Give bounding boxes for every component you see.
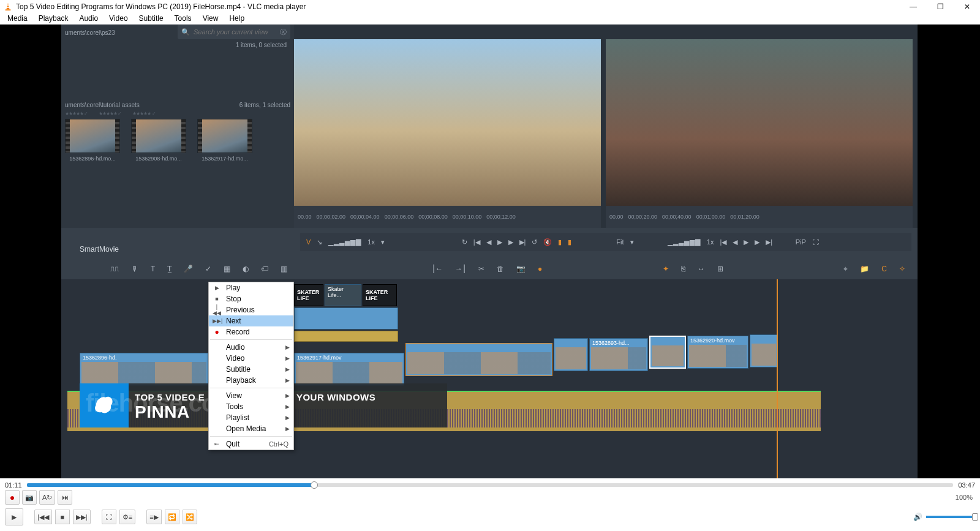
grid-icon[interactable]: ▦ <box>224 265 230 273</box>
next-button[interactable]: ▶▶| <box>73 510 91 524</box>
pointer-icon[interactable]: ✦ <box>663 265 669 273</box>
library-thumb[interactable]: 15362908-hd.mo... <box>131 119 186 162</box>
dropdown-icon[interactable]: ▾ <box>381 238 385 246</box>
menu-subtitle[interactable]: Subtitle <box>134 13 168 24</box>
clear-icon[interactable]: ⓧ <box>280 28 287 37</box>
timeline-clip[interactable] <box>554 338 588 371</box>
menu-audio[interactable]: Audio <box>74 13 103 24</box>
menu-tools[interactable]: Tools <box>170 13 197 24</box>
ctx-stop[interactable]: ■Stop <box>209 293 293 304</box>
color-icon[interactable]: ▥ <box>281 265 287 273</box>
ctx-subtitle[interactable]: Subtitle▶ <box>209 364 293 375</box>
previous-button[interactable]: |◀◀ <box>34 510 52 524</box>
elapsed-time[interactable]: 01:11 <box>5 481 22 489</box>
mic-icon[interactable]: 🎙 <box>131 265 138 273</box>
dropdown-icon[interactable]: ▾ <box>630 238 634 246</box>
menu-media[interactable]: Media <box>2 13 32 24</box>
seek-knob[interactable] <box>311 481 318 489</box>
source-preview[interactable]: 00.00 00;00;02.00 00;00;04.00 00;00;06.0… <box>294 39 601 228</box>
next-frame-icon[interactable]: ▶| <box>766 238 772 246</box>
next-frame-icon[interactable]: ▶| <box>519 238 526 246</box>
expand-icon[interactable]: ⊞ <box>717 265 723 273</box>
timeline-clip[interactable]: SKATER LIFE <box>294 284 323 306</box>
timeline-clip[interactable]: 15362893-hd... <box>589 338 648 371</box>
loop-a-button[interactable]: A↻ <box>39 490 55 505</box>
loop-icon[interactable]: ↻ <box>462 238 467 246</box>
snapshot-button[interactable]: 📷 <box>22 490 37 505</box>
program-timeline[interactable]: 00.00 00;00;20.00 00;00;40.00 00;01;00.0… <box>606 206 913 228</box>
context-menu[interactable]: ▶Play■Stop|◀◀Previous▶▶|Next●RecordAudio… <box>208 282 294 450</box>
ctx-view[interactable]: View▶ <box>209 390 293 401</box>
link-icon[interactable]: ↔ <box>698 265 705 273</box>
voiceover-icon[interactable]: 🎤 <box>184 265 193 273</box>
ctx-play[interactable]: ▶Play <box>209 282 293 293</box>
timeline-clip[interactable]: 15362917-hd.mov <box>294 353 404 386</box>
fx-icon[interactable]: ◐ <box>243 265 249 273</box>
seek-bar[interactable]: 01:11 03:47 <box>5 481 975 489</box>
timeline-clip[interactable]: Skater Life... <box>325 284 361 306</box>
step-fwd-icon[interactable]: ▶ <box>755 238 760 246</box>
close-button[interactable]: ✕ <box>958 1 976 13</box>
shuffle-button[interactable]: 🔀 <box>183 510 197 524</box>
wand-icon[interactable]: ✧ <box>899 265 905 273</box>
tag-icon[interactable]: 🏷 <box>261 265 268 273</box>
timeline-clip[interactable] <box>750 334 778 367</box>
play-icon[interactable]: ▶ <box>744 238 748 246</box>
title-tool-icon[interactable]: T̲ <box>167 265 172 273</box>
play-icon[interactable]: ▶ <box>497 238 502 246</box>
ctx-open-media[interactable]: Open Media▶ <box>209 423 293 434</box>
volume-knob[interactable] <box>972 513 978 521</box>
magnet2-icon[interactable]: ⌖ <box>843 265 848 273</box>
loop-button[interactable]: 🔁 <box>165 510 179 524</box>
prev-frame-icon[interactable]: |◀ <box>473 238 480 246</box>
ctx-next[interactable]: ▶▶|Next <box>209 315 293 326</box>
timeline-clip[interactable]: 15362920-hd.mov <box>687 336 748 369</box>
ctx-video[interactable]: Video▶ <box>209 353 293 364</box>
playhead[interactable] <box>777 279 778 478</box>
library-search[interactable]: 🔍 ⓧ <box>178 24 290 39</box>
extended-settings-button[interactable]: ⚙≡ <box>119 510 135 524</box>
volume-control[interactable]: 🔊 <box>913 513 975 521</box>
library-search-input[interactable] <box>194 28 280 36</box>
step-back-icon[interactable]: ◀ <box>733 238 737 246</box>
seek-track[interactable] <box>27 483 954 487</box>
speaker-icon[interactable]: 🔊 <box>913 513 922 521</box>
timeline-clip[interactable] <box>294 331 398 342</box>
pip-label[interactable]: PiP <box>796 238 806 246</box>
frame-step-button[interactable]: ⏭ <box>58 490 72 505</box>
loop-end-icon[interactable]: ↺ <box>532 238 537 246</box>
razor-icon[interactable]: ✂ <box>478 265 484 273</box>
timeline-clip[interactable]: 15362896-hd. <box>80 353 208 386</box>
gear-icon[interactable]: C <box>881 265 887 273</box>
playlist-button[interactable]: ≡▶ <box>146 510 161 524</box>
fit-label[interactable]: Fit <box>616 238 624 246</box>
step-fwd-icon[interactable]: ▶ <box>508 238 513 246</box>
minimize-button[interactable]: — <box>904 1 922 13</box>
record-button[interactable]: ● <box>5 490 20 505</box>
mute-icon[interactable]: 🔇 <box>543 238 552 246</box>
editor-timeline[interactable]: SKATER LIFE Skater Life... SKATER LIFE 1… <box>61 279 918 478</box>
v-marker-icon[interactable]: V <box>306 238 311 246</box>
maximize-button[interactable]: ❐ <box>931 1 949 13</box>
mixer-icon[interactable]: ⎍⎍ <box>110 265 119 273</box>
snapshot-icon[interactable]: 📷 <box>516 265 526 273</box>
timeline-clip-selected[interactable] <box>649 336 686 369</box>
fullscreen-button[interactable]: ⛶ <box>102 510 116 524</box>
timeline-clip[interactable] <box>294 307 398 330</box>
ctx-previous[interactable]: |◀◀Previous <box>209 304 293 315</box>
vector-icon[interactable]: ✓ <box>205 265 211 273</box>
ctx-audio[interactable]: Audio▶ <box>209 342 293 353</box>
smartmovie-label[interactable]: SmartMovie <box>80 245 119 254</box>
trash-icon[interactable]: 🗑 <box>497 265 504 273</box>
ctx-tools[interactable]: Tools▶ <box>209 401 293 412</box>
menu-playback[interactable]: Playback <box>34 13 74 24</box>
timeline-clip[interactable]: SKATER LIFE <box>363 284 397 306</box>
library-thumb[interactable]: 15362896-hd.mo... <box>65 119 120 162</box>
prev-frame-icon[interactable]: |◀ <box>720 238 726 246</box>
ctx-playlist[interactable]: Playlist▶ <box>209 412 293 423</box>
fullscreen-icon[interactable]: ⛶ <box>812 238 819 246</box>
volume-track[interactable] <box>926 516 975 518</box>
ctx-quit[interactable]: ⇤QuitCtrl+Q <box>209 439 293 450</box>
stop-button[interactable]: ■ <box>55 510 70 524</box>
menu-video[interactable]: Video <box>104 13 132 24</box>
